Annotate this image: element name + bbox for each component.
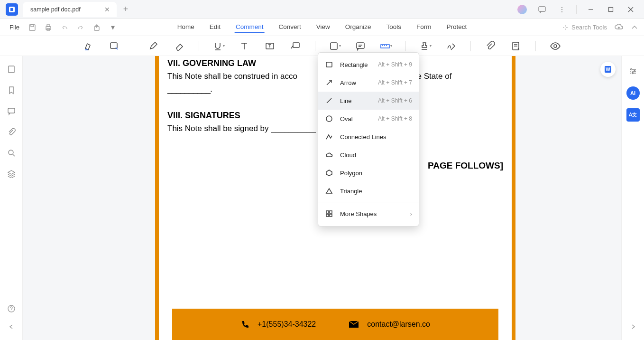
word-export-badge[interactable]: W bbox=[600, 62, 616, 77]
close-window-icon[interactable] bbox=[622, 2, 639, 17]
shape-line[interactable]: Line Alt + Shift + 6 bbox=[318, 92, 419, 110]
menu-comment[interactable]: Comment bbox=[235, 21, 265, 33]
search-panel-icon[interactable] bbox=[7, 148, 16, 158]
new-tab-button[interactable]: + bbox=[123, 4, 129, 14]
svg-point-24 bbox=[8, 305, 15, 312]
svg-point-32 bbox=[326, 116, 332, 122]
kebab-menu-icon[interactable]: ⋮ bbox=[553, 2, 570, 17]
search-tools[interactable]: Search Tools bbox=[562, 24, 607, 31]
callout-tool-icon[interactable] bbox=[289, 40, 302, 52]
thumbnails-icon[interactable] bbox=[7, 65, 16, 74]
layers-icon[interactable] bbox=[7, 169, 16, 179]
maximize-icon[interactable] bbox=[602, 2, 619, 17]
translate-icon[interactable]: A文 bbox=[626, 108, 640, 122]
share-icon[interactable] bbox=[90, 20, 104, 35]
svg-rect-21 bbox=[9, 66, 14, 73]
menu-organize[interactable]: Organize bbox=[344, 21, 372, 33]
measure-tool-icon[interactable]: ▾ bbox=[380, 40, 392, 52]
more-shapes[interactable]: More Shapes › bbox=[318, 204, 419, 223]
note-tool-icon[interactable] bbox=[354, 40, 367, 52]
menu-view[interactable]: View bbox=[315, 21, 331, 33]
bookmarks-icon[interactable] bbox=[7, 85, 16, 95]
comments-panel-icon[interactable] bbox=[7, 106, 16, 116]
stamp-tool-icon[interactable]: ▾ bbox=[419, 40, 432, 52]
tab-title: sample pdf doc.pdf bbox=[30, 6, 81, 13]
save-icon[interactable] bbox=[25, 20, 39, 35]
document-tab[interactable]: sample pdf doc.pdf ✕ bbox=[23, 2, 117, 17]
attachments-panel-icon[interactable] bbox=[7, 127, 16, 137]
menu-protect[interactable]: Protect bbox=[446, 21, 468, 33]
shape-arrow[interactable]: Arrow Alt + Shift + 7 bbox=[318, 74, 419, 92]
text-tool-icon[interactable] bbox=[238, 40, 250, 52]
close-tab-icon[interactable]: ✕ bbox=[104, 6, 110, 13]
chat-icon[interactable] bbox=[534, 2, 551, 17]
attachment-tool-icon[interactable] bbox=[484, 40, 497, 52]
collapse-left-icon[interactable] bbox=[7, 322, 16, 331]
cloud-sync-icon[interactable] bbox=[615, 23, 623, 32]
svg-text:W: W bbox=[606, 67, 610, 72]
shapes-dropdown: Rectangle Alt + Shift + 9 Arrow Alt + Sh… bbox=[318, 52, 419, 227]
menu-tools[interactable]: Tools bbox=[386, 21, 403, 33]
menu-edit[interactable]: Edit bbox=[209, 21, 221, 33]
sidebar-right: AI A文 bbox=[621, 56, 644, 340]
app-logo bbox=[6, 3, 18, 16]
svg-rect-16 bbox=[331, 43, 337, 49]
svg-rect-18 bbox=[381, 45, 389, 48]
area-highlight-icon[interactable] bbox=[108, 40, 120, 52]
highlight-tool-icon[interactable] bbox=[83, 40, 95, 52]
collapse-ribbon-icon[interactable] bbox=[631, 24, 638, 31]
shape-triangle[interactable]: Triangle bbox=[318, 182, 419, 200]
shape-oval[interactable]: Oval Alt + Shift + 8 bbox=[318, 110, 419, 128]
collapse-right-icon[interactable] bbox=[628, 322, 638, 331]
minimize-icon[interactable] bbox=[582, 2, 599, 17]
polygon-icon bbox=[325, 169, 333, 177]
svg-rect-33 bbox=[326, 211, 329, 213]
shape-connected-lines[interactable]: Connected Lines bbox=[318, 128, 419, 146]
underline-tool-icon[interactable]: ▾ bbox=[212, 40, 225, 52]
file-menu[interactable]: File bbox=[6, 24, 23, 31]
footer-email: contact@larsen.co bbox=[367, 320, 430, 329]
rectangle-icon bbox=[325, 60, 333, 69]
phone-icon bbox=[240, 320, 249, 329]
textbox-tool-icon[interactable] bbox=[264, 40, 276, 52]
undo-icon[interactable] bbox=[57, 20, 72, 35]
menu-convert[interactable]: Convert bbox=[277, 21, 302, 33]
pencil-tool-icon[interactable] bbox=[147, 40, 160, 52]
connected-lines-icon bbox=[325, 132, 333, 141]
svg-rect-17 bbox=[357, 43, 364, 48]
properties-icon[interactable] bbox=[626, 65, 640, 78]
svg-rect-1 bbox=[10, 8, 13, 11]
shape-rectangle[interactable]: Rectangle Alt + Shift + 9 bbox=[318, 56, 419, 74]
svg-rect-7 bbox=[29, 25, 35, 30]
svg-rect-4 bbox=[609, 7, 613, 11]
line-icon bbox=[325, 96, 333, 105]
shape-tool-icon[interactable]: ▾ bbox=[329, 40, 341, 52]
svg-rect-2 bbox=[539, 7, 545, 11]
footer-phone: +1(555)34-34322 bbox=[258, 320, 316, 329]
form-tool-icon[interactable] bbox=[510, 40, 522, 52]
oval-icon bbox=[325, 114, 333, 123]
signature-tool-icon[interactable] bbox=[445, 40, 457, 52]
svg-rect-31 bbox=[326, 62, 332, 67]
svg-point-20 bbox=[554, 45, 557, 47]
more-shapes-icon bbox=[325, 209, 333, 218]
cloud-icon bbox=[325, 151, 333, 159]
menu-home[interactable]: Home bbox=[176, 21, 195, 33]
eraser-tool-icon[interactable] bbox=[173, 40, 185, 52]
more-dropdown-icon[interactable]: ▾ bbox=[106, 20, 120, 35]
sidebar-left bbox=[0, 56, 23, 340]
menubar: File ▾ Home Edit Comment Convert View Or… bbox=[0, 19, 644, 36]
document-footer: +1(555)34-34322 contact@larsen.co bbox=[172, 309, 498, 340]
redo-icon[interactable] bbox=[74, 20, 88, 35]
shape-cloud[interactable]: Cloud bbox=[318, 146, 419, 164]
svg-rect-34 bbox=[330, 211, 332, 213]
menu-form[interactable]: Form bbox=[415, 21, 432, 33]
svg-rect-10 bbox=[47, 25, 50, 27]
ai-badge-icon[interactable]: AI bbox=[626, 86, 640, 100]
shape-polygon[interactable]: Polygon bbox=[318, 164, 419, 182]
triangle-icon bbox=[325, 187, 333, 195]
avatar-icon[interactable] bbox=[514, 2, 531, 17]
help-icon[interactable] bbox=[7, 304, 16, 313]
print-icon[interactable] bbox=[41, 20, 55, 35]
hide-comments-icon[interactable] bbox=[549, 40, 561, 52]
